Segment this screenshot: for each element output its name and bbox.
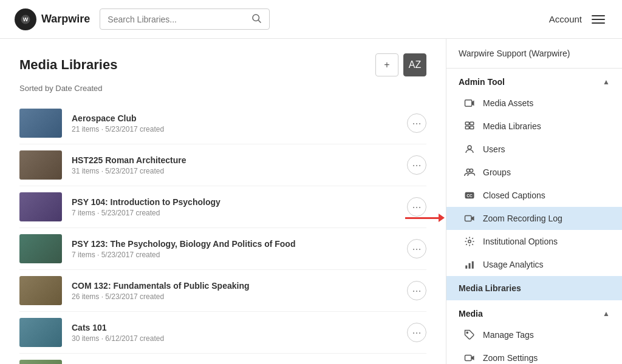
users-icon	[463, 166, 476, 178]
more-options-button[interactable]: ···	[407, 281, 426, 300]
search-input[interactable]	[108, 15, 251, 24]
header: W Warpwire Account	[0, 0, 622, 39]
sidebar-item-label: Institutional Options	[483, 237, 558, 246]
more-options-button[interactable]: ···	[407, 113, 426, 133]
svg-text:W: W	[23, 16, 29, 22]
sidebar-item-groups[interactable]: Groups	[446, 161, 622, 184]
library-thumbnail	[19, 360, 62, 364]
sidebar-item-label: Groups	[483, 167, 511, 177]
account-label: Account	[549, 14, 582, 24]
svg-point-12	[470, 169, 473, 172]
more-options-button[interactable]: ···	[407, 155, 426, 175]
more-options-button[interactable]: ···	[407, 239, 426, 258]
sidebar-item-label: Usage Analytics	[483, 260, 544, 269]
sidebar-item-zoom-recording-log[interactable]: Zoom Recording Log	[446, 207, 622, 230]
library-info: PSY 123: The Psychology, Biology And Pol…	[72, 239, 397, 259]
sort-az-button[interactable]: AZ	[403, 53, 426, 76]
media-section: Media ▲	[446, 300, 622, 323]
sort-label: Sorted by Date Created	[19, 84, 426, 93]
cc-icon: CC	[463, 189, 476, 201]
sidebar-item-media-libraries[interactable]: Media Libraries	[446, 115, 622, 138]
library-name: HST225 Roman Architecture	[72, 155, 397, 165]
library-thumbnail	[19, 192, 62, 221]
library-thumbnail	[19, 234, 62, 263]
svg-rect-7	[470, 122, 474, 125]
header-right: Account	[549, 13, 607, 26]
svg-rect-15	[465, 216, 472, 221]
svg-rect-18	[465, 266, 467, 269]
sidebar-item-closed-captions[interactable]: CC Closed Captions	[446, 184, 622, 207]
sidebar-item-label: Media Libraries	[483, 121, 541, 131]
list-item[interactable]: Food 101 18 items · 6/22/2017 created ··…	[19, 354, 426, 364]
svg-point-10	[468, 146, 471, 149]
hamburger-line-1	[592, 15, 605, 16]
list-item[interactable]: Aerospace Club 21 items · 5/23/2017 crea…	[19, 103, 426, 144]
svg-point-11	[466, 169, 470, 172]
svg-rect-8	[465, 126, 469, 129]
svg-rect-6	[465, 122, 469, 125]
sidebar-item-manage-tags[interactable]: Manage Tags	[446, 323, 622, 346]
sidebar-item-zoom-settings[interactable]: Zoom Settings	[446, 346, 622, 364]
sidebar: Warpwire Support (Warpwire) Admin Tool ▲…	[446, 39, 622, 364]
more-options-button[interactable]: ···	[407, 197, 426, 217]
library-info: HST225 Roman Architecture 31 items · 5/2…	[72, 155, 397, 175]
list-item[interactable]: PSY 123: The Psychology, Biology And Pol…	[19, 228, 426, 270]
library-info: COM 132: Fundamentals of Public Speaking…	[72, 281, 397, 301]
add-library-button[interactable]: +	[375, 53, 398, 76]
video-camera-icon	[463, 212, 476, 224]
library-list: Aerospace Club 21 items · 5/23/2017 crea…	[19, 103, 426, 364]
list-item[interactable]: PSY 104: Introduction to Psychology 7 it…	[19, 186, 426, 228]
sidebar-item-institutional-options[interactable]: Institutional Options	[446, 230, 622, 253]
library-meta: 31 items · 5/23/2017 created	[72, 167, 397, 175]
header-buttons: + AZ	[375, 53, 426, 76]
media-libraries-section-text: Media Libraries	[459, 283, 521, 293]
sidebar-item-usage-analytics[interactable]: Usage Analytics	[446, 253, 622, 276]
search-button[interactable]	[251, 13, 262, 25]
library-info: Cats 101 30 items · 6/12/2017 created	[72, 323, 397, 343]
hamburger-line-2	[592, 19, 605, 20]
list-item[interactable]: COM 132: Fundamentals of Public Speaking…	[19, 270, 426, 312]
sidebar-item-label: Users	[483, 144, 505, 154]
media-items: Manage Tags Zoom Settings	[446, 323, 622, 364]
gear-icon	[463, 235, 476, 248]
library-name: PSY 104: Introduction to Psychology	[72, 197, 397, 207]
svg-text:CC: CC	[466, 194, 473, 198]
sidebar-item-label: Zoom Recording Log	[483, 214, 562, 223]
search-bar	[100, 8, 270, 30]
video-camera-icon	[463, 352, 476, 364]
sidebar-item-label: Media Assets	[483, 98, 533, 108]
admin-tool-label: Admin Tool	[459, 77, 505, 87]
video-icon	[463, 97, 476, 109]
library-meta: 26 items · 5/23/2017 created	[72, 292, 397, 301]
library-meta: 7 items · 5/23/2017 created	[72, 209, 397, 217]
list-item[interactable]: Cats 101 30 items · 6/12/2017 created ··…	[19, 312, 426, 354]
menu-button[interactable]	[589, 13, 607, 26]
more-options-button[interactable]: ···	[407, 323, 426, 342]
library-name: COM 132: Fundamentals of Public Speaking	[72, 281, 397, 291]
list-item[interactable]: HST225 Roman Architecture 31 items · 5/2…	[19, 144, 426, 186]
admin-items: Media Assets Media Libraries Users Group…	[446, 92, 622, 276]
sidebar-item-users[interactable]: Users	[446, 138, 622, 161]
svg-rect-22	[465, 356, 472, 361]
admin-tool-chevron: ▲	[603, 78, 610, 86]
library-name: Cats 101	[72, 323, 397, 332]
logo-icon: W	[15, 8, 36, 30]
tag-icon	[463, 329, 476, 341]
library-name: Aerospace Club	[72, 113, 397, 123]
hamburger-line-3	[592, 22, 605, 24]
library-meta: 21 items · 5/23/2017 created	[72, 125, 397, 133]
library-thumbnail	[19, 150, 62, 180]
library-meta: 30 items · 6/12/2017 created	[72, 334, 397, 343]
library-name: PSY 123: The Psychology, Biology And Pol…	[72, 239, 397, 249]
svg-point-2	[253, 15, 259, 21]
content-header: Media Libraries + AZ	[19, 53, 426, 76]
media-chevron: ▲	[603, 309, 610, 318]
sidebar-item-label: Zoom Settings	[483, 353, 538, 363]
sidebar-item-media-assets[interactable]: Media Assets	[446, 92, 622, 115]
media-label: Media	[459, 309, 483, 318]
library-thumbnail	[19, 318, 62, 347]
logo[interactable]: W Warpwire	[15, 8, 90, 30]
media-libraries-section-label[interactable]: Media Libraries	[446, 276, 622, 300]
search-icon	[251, 13, 262, 24]
grid-icon	[463, 120, 476, 132]
